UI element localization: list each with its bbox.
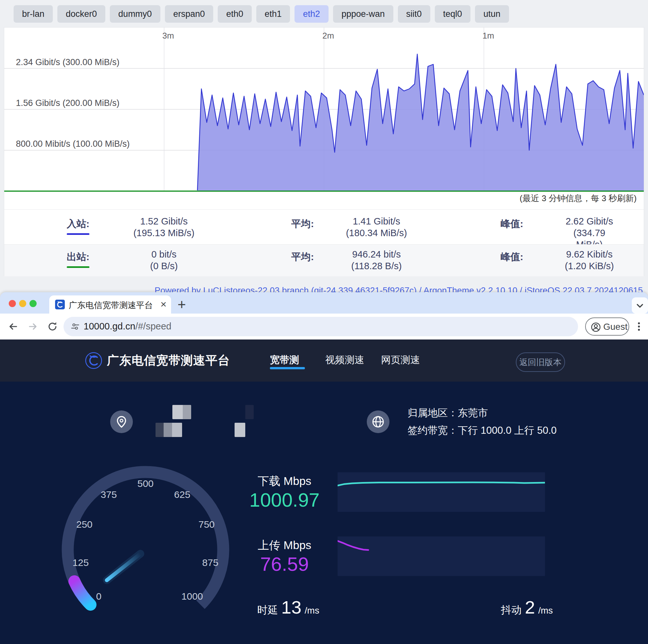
tab-br-lan[interactable]: br-lan — [14, 5, 53, 23]
svg-text:875: 875 — [202, 557, 218, 568]
download-label: 下载 Mbps — [236, 474, 333, 489]
svg-text:0: 0 — [96, 591, 101, 601]
jitter-group: 抖动 2 /ms — [501, 597, 553, 618]
browser-tab-title: 广东电信宽带测速平台 — [69, 300, 159, 311]
latency-value: 13 — [281, 597, 301, 618]
luci-panel: br-lan docker0 dummy0 erspan0 eth0 eth1 … — [0, 0, 648, 292]
outbound-peak-label: 峰值: — [500, 251, 523, 264]
tab-utun[interactable]: utun — [475, 5, 509, 23]
svg-text:1000: 1000 — [181, 591, 203, 601]
jitter-value: 2 — [525, 597, 535, 618]
redacted-text-block — [234, 423, 245, 437]
svg-text:750: 750 — [198, 519, 214, 530]
tab-teql0[interactable]: teql0 — [435, 5, 471, 23]
outbound-avg: 946.24 bit/s(118.28 B/s) — [351, 249, 402, 272]
nav-broadband-test[interactable]: 宽带测速 — [270, 339, 305, 382]
outbound-underline — [67, 266, 90, 268]
tab-search-chevron-button[interactable] — [632, 298, 648, 314]
globe-circle — [367, 411, 389, 433]
download-chart — [338, 472, 545, 512]
plan-line: 签约带宽：下行 1000.0 上行 50.0 — [408, 424, 557, 437]
new-tab-button[interactable]: + — [177, 297, 186, 312]
jitter-label: 抖动 — [501, 603, 522, 618]
x-axis-label-2m: 2m — [322, 31, 334, 41]
outbound-current: 0 bit/s(0 B/s) — [150, 249, 177, 272]
tab-erspan0[interactable]: erspan0 — [165, 5, 214, 23]
site-settings-icon[interactable] — [71, 322, 80, 331]
refresh-note: (最近 3 分钟信息，每 3 秒刷新) — [520, 193, 637, 204]
url-bar[interactable]: 10000.gd.cn/#/speed — [63, 317, 578, 336]
outbound-peak: 9.62 Kibit/s(1.20 KiB/s) — [565, 249, 614, 272]
region-label: 归属地区： — [408, 407, 458, 419]
tab-close-icon[interactable]: × — [160, 298, 167, 310]
tab-pppoe-wan[interactable]: pppoe-wan — [333, 5, 393, 23]
location-pin-icon — [110, 411, 133, 433]
tab-eth0[interactable]: eth0 — [218, 5, 252, 23]
upload-chart — [338, 536, 545, 576]
svg-text:250: 250 — [76, 519, 92, 530]
download-value: 1000.97 — [236, 489, 333, 511]
upload-value: 76.59 — [236, 553, 333, 575]
inbound-avg-label: 平均: — [291, 217, 314, 231]
nav-video-test[interactable]: 视频测速 — [325, 339, 364, 382]
browser-menu-icon[interactable] — [633, 321, 645, 332]
latency-group: 时延 13 /ms — [257, 597, 319, 618]
y-axis-label-300: 2.34 Gibit/s (300.00 MiB/s) — [16, 57, 119, 67]
browser-tab[interactable]: 广东电信宽带测速平台 × — [49, 296, 171, 314]
forward-icon[interactable] — [27, 321, 39, 332]
chevron-down-icon — [632, 298, 648, 314]
site-favicon — [55, 300, 65, 309]
redacted-text-block — [156, 423, 182, 437]
plan-value: 下行 1000.0 上行 50.0 — [458, 425, 557, 436]
speedtest-page: 广东电信宽带测速平台 宽带测速 视频测速 网页测速 返回旧版本 — [0, 339, 648, 644]
outbound-stats-row: 出站: 0 bit/s(0 B/s) 平均: 946.24 bit/s(118.… — [4, 244, 644, 276]
back-icon[interactable] — [7, 321, 19, 332]
outbound-label: 出站: — [67, 251, 90, 268]
plan-label: 签约带宽： — [408, 425, 458, 436]
region-line: 归属地区：东莞市 — [408, 406, 488, 420]
inbound-label: 入站: — [67, 217, 90, 235]
redacted-text-block — [245, 405, 254, 419]
tab-eth2[interactable]: eth2 — [294, 5, 329, 23]
site-title: 广东电信宽带测速平台 — [107, 339, 230, 382]
inbound-avg: 1.41 Gibit/s(180.34 MiB/s) — [346, 215, 407, 239]
tab-siit0[interactable]: siit0 — [398, 5, 430, 23]
y-axis-label-200: 1.56 Gibit/s (200.00 MiB/s) — [16, 98, 119, 108]
inbound-peak-label: 峰值: — [500, 217, 523, 231]
tab-dummy0[interactable]: dummy0 — [110, 5, 160, 23]
upload-block: 上传 Mbps 76.59 — [236, 538, 333, 575]
back-to-old-version-button[interactable]: 返回旧版本 — [516, 353, 565, 372]
person-icon — [590, 322, 601, 333]
site-header: 广东电信宽带测速平台 宽带测速 视频测速 网页测速 返回旧版本 — [0, 339, 648, 382]
tab-docker0[interactable]: docker0 — [57, 5, 105, 23]
active-nav-underline — [270, 367, 305, 369]
location-pin-circle — [110, 411, 133, 433]
window-minimize-button[interactable] — [19, 300, 26, 307]
inbound-underline — [67, 233, 90, 235]
globe-icon — [367, 411, 389, 433]
latency-label: 时延 — [257, 603, 278, 618]
y-axis-label-100: 800.00 Mibit/s (100.00 MiB/s) — [16, 139, 129, 149]
region-value: 东莞市 — [458, 407, 488, 419]
svg-text:125: 125 — [72, 557, 89, 568]
url-text[interactable]: 10000.gd.cn/#/speed — [84, 321, 171, 332]
nav-web-test[interactable]: 网页测速 — [381, 339, 420, 382]
traffic-chart — [4, 28, 644, 192]
outbound-avg-label: 平均: — [291, 251, 314, 264]
traffic-chart-card: 2.34 Gibit/s (300.00 MiB/s) 1.56 Gibit/s… — [4, 27, 644, 276]
profile-label: Guest — [603, 322, 628, 332]
browser-window: 广东电信宽带测速平台 × + — [0, 292, 648, 644]
window-zoom-button[interactable] — [30, 300, 37, 307]
speed-gauge: 01252503755006257508751000 — [49, 453, 243, 635]
inbound-current: 1.52 Gibit/s(195.13 MiB/s) — [133, 215, 195, 239]
browser-toolbar: 10000.gd.cn/#/speed Guest — [0, 314, 648, 339]
screen: br-lan docker0 dummy0 erspan0 eth0 eth1 … — [0, 0, 648, 644]
telecom-logo — [85, 352, 102, 369]
window-close-button[interactable] — [9, 300, 16, 307]
latency-unit: /ms — [305, 605, 319, 616]
reload-icon[interactable] — [47, 321, 58, 332]
download-block: 下载 Mbps 1000.97 — [236, 474, 333, 511]
profile-button[interactable]: Guest — [585, 317, 629, 336]
upload-label: 上传 Mbps — [236, 538, 333, 553]
tab-eth1[interactable]: eth1 — [256, 5, 290, 23]
